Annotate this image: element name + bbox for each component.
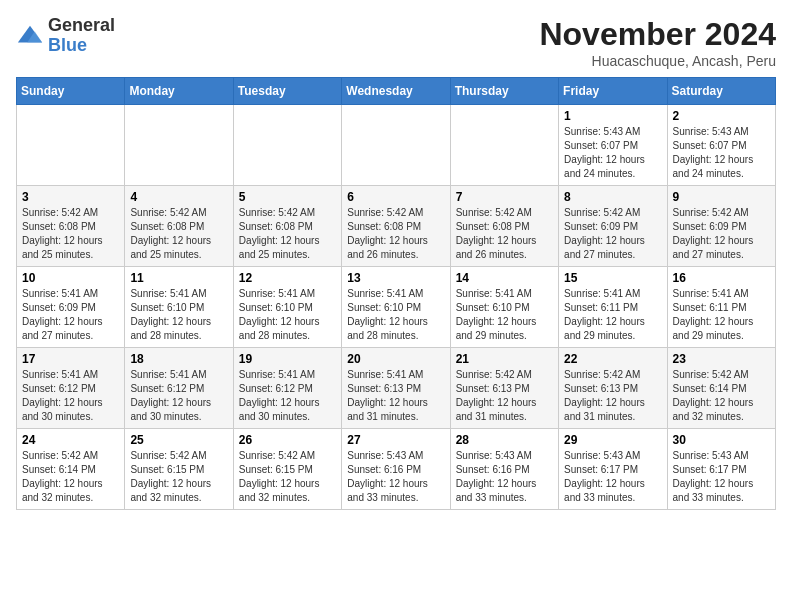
day-number: 4 <box>130 190 227 204</box>
day-number: 13 <box>347 271 444 285</box>
logo-general-text: General <box>48 15 115 35</box>
day-info: Sunrise: 5:42 AM Sunset: 6:15 PM Dayligh… <box>130 449 227 505</box>
day-info: Sunrise: 5:43 AM Sunset: 6:07 PM Dayligh… <box>673 125 770 181</box>
title-area: November 2024 Huacaschuque, Ancash, Peru <box>539 16 776 69</box>
day-number: 8 <box>564 190 661 204</box>
logo-icon <box>16 22 44 50</box>
calendar-day-cell: 14Sunrise: 5:41 AM Sunset: 6:10 PM Dayli… <box>450 267 558 348</box>
calendar-day-cell: 18Sunrise: 5:41 AM Sunset: 6:12 PM Dayli… <box>125 348 233 429</box>
calendar-day-cell: 16Sunrise: 5:41 AM Sunset: 6:11 PM Dayli… <box>667 267 775 348</box>
day-number: 6 <box>347 190 444 204</box>
day-info: Sunrise: 5:42 AM Sunset: 6:08 PM Dayligh… <box>347 206 444 262</box>
day-number: 25 <box>130 433 227 447</box>
day-info: Sunrise: 5:41 AM Sunset: 6:10 PM Dayligh… <box>239 287 336 343</box>
day-info: Sunrise: 5:42 AM Sunset: 6:08 PM Dayligh… <box>22 206 119 262</box>
calendar-week-row: 3Sunrise: 5:42 AM Sunset: 6:08 PM Daylig… <box>17 186 776 267</box>
day-info: Sunrise: 5:42 AM Sunset: 6:13 PM Dayligh… <box>456 368 553 424</box>
day-of-week-header: Wednesday <box>342 78 450 105</box>
day-info: Sunrise: 5:42 AM Sunset: 6:13 PM Dayligh… <box>564 368 661 424</box>
calendar-day-cell: 30Sunrise: 5:43 AM Sunset: 6:17 PM Dayli… <box>667 429 775 510</box>
day-number: 27 <box>347 433 444 447</box>
calendar-day-cell: 25Sunrise: 5:42 AM Sunset: 6:15 PM Dayli… <box>125 429 233 510</box>
day-number: 22 <box>564 352 661 366</box>
calendar-day-cell: 27Sunrise: 5:43 AM Sunset: 6:16 PM Dayli… <box>342 429 450 510</box>
day-number: 17 <box>22 352 119 366</box>
day-info: Sunrise: 5:42 AM Sunset: 6:15 PM Dayligh… <box>239 449 336 505</box>
day-number: 10 <box>22 271 119 285</box>
calendar-day-cell: 17Sunrise: 5:41 AM Sunset: 6:12 PM Dayli… <box>17 348 125 429</box>
day-number: 28 <box>456 433 553 447</box>
calendar-day-cell: 6Sunrise: 5:42 AM Sunset: 6:08 PM Daylig… <box>342 186 450 267</box>
calendar-day-cell <box>450 105 558 186</box>
calendar-day-cell <box>233 105 341 186</box>
calendar-title: November 2024 <box>539 16 776 53</box>
calendar-day-cell <box>342 105 450 186</box>
calendar-day-cell: 26Sunrise: 5:42 AM Sunset: 6:15 PM Dayli… <box>233 429 341 510</box>
calendar-day-cell <box>17 105 125 186</box>
calendar-week-row: 1Sunrise: 5:43 AM Sunset: 6:07 PM Daylig… <box>17 105 776 186</box>
day-info: Sunrise: 5:43 AM Sunset: 6:17 PM Dayligh… <box>564 449 661 505</box>
day-number: 9 <box>673 190 770 204</box>
day-of-week-header: Thursday <box>450 78 558 105</box>
day-info: Sunrise: 5:41 AM Sunset: 6:10 PM Dayligh… <box>347 287 444 343</box>
day-number: 20 <box>347 352 444 366</box>
day-info: Sunrise: 5:42 AM Sunset: 6:09 PM Dayligh… <box>673 206 770 262</box>
calendar-day-cell: 19Sunrise: 5:41 AM Sunset: 6:12 PM Dayli… <box>233 348 341 429</box>
day-info: Sunrise: 5:42 AM Sunset: 6:08 PM Dayligh… <box>239 206 336 262</box>
day-of-week-header: Tuesday <box>233 78 341 105</box>
header: General Blue November 2024 Huacaschuque,… <box>16 16 776 69</box>
day-info: Sunrise: 5:43 AM Sunset: 6:17 PM Dayligh… <box>673 449 770 505</box>
day-number: 5 <box>239 190 336 204</box>
calendar-day-cell: 7Sunrise: 5:42 AM Sunset: 6:08 PM Daylig… <box>450 186 558 267</box>
calendar-day-cell: 29Sunrise: 5:43 AM Sunset: 6:17 PM Dayli… <box>559 429 667 510</box>
calendar-day-cell: 5Sunrise: 5:42 AM Sunset: 6:08 PM Daylig… <box>233 186 341 267</box>
day-number: 29 <box>564 433 661 447</box>
day-number: 19 <box>239 352 336 366</box>
calendar-day-cell: 3Sunrise: 5:42 AM Sunset: 6:08 PM Daylig… <box>17 186 125 267</box>
calendar-day-cell: 21Sunrise: 5:42 AM Sunset: 6:13 PM Dayli… <box>450 348 558 429</box>
day-of-week-header: Saturday <box>667 78 775 105</box>
calendar-day-cell: 22Sunrise: 5:42 AM Sunset: 6:13 PM Dayli… <box>559 348 667 429</box>
day-info: Sunrise: 5:42 AM Sunset: 6:09 PM Dayligh… <box>564 206 661 262</box>
day-info: Sunrise: 5:42 AM Sunset: 6:08 PM Dayligh… <box>456 206 553 262</box>
day-number: 24 <box>22 433 119 447</box>
day-number: 2 <box>673 109 770 123</box>
day-info: Sunrise: 5:41 AM Sunset: 6:11 PM Dayligh… <box>673 287 770 343</box>
day-info: Sunrise: 5:41 AM Sunset: 6:09 PM Dayligh… <box>22 287 119 343</box>
calendar-week-row: 10Sunrise: 5:41 AM Sunset: 6:09 PM Dayli… <box>17 267 776 348</box>
calendar-day-cell: 20Sunrise: 5:41 AM Sunset: 6:13 PM Dayli… <box>342 348 450 429</box>
day-info: Sunrise: 5:41 AM Sunset: 6:12 PM Dayligh… <box>239 368 336 424</box>
calendar-day-cell: 8Sunrise: 5:42 AM Sunset: 6:09 PM Daylig… <box>559 186 667 267</box>
day-info: Sunrise: 5:41 AM Sunset: 6:10 PM Dayligh… <box>456 287 553 343</box>
day-of-week-header: Monday <box>125 78 233 105</box>
day-info: Sunrise: 5:43 AM Sunset: 6:07 PM Dayligh… <box>564 125 661 181</box>
calendar-day-cell: 23Sunrise: 5:42 AM Sunset: 6:14 PM Dayli… <box>667 348 775 429</box>
day-number: 21 <box>456 352 553 366</box>
day-info: Sunrise: 5:41 AM Sunset: 6:10 PM Dayligh… <box>130 287 227 343</box>
calendar-day-cell: 12Sunrise: 5:41 AM Sunset: 6:10 PM Dayli… <box>233 267 341 348</box>
logo: General Blue <box>16 16 115 56</box>
calendar-day-cell: 9Sunrise: 5:42 AM Sunset: 6:09 PM Daylig… <box>667 186 775 267</box>
calendar-day-cell: 28Sunrise: 5:43 AM Sunset: 6:16 PM Dayli… <box>450 429 558 510</box>
day-number: 15 <box>564 271 661 285</box>
day-info: Sunrise: 5:41 AM Sunset: 6:13 PM Dayligh… <box>347 368 444 424</box>
calendar-day-cell: 1Sunrise: 5:43 AM Sunset: 6:07 PM Daylig… <box>559 105 667 186</box>
day-info: Sunrise: 5:42 AM Sunset: 6:08 PM Dayligh… <box>130 206 227 262</box>
calendar-subtitle: Huacaschuque, Ancash, Peru <box>539 53 776 69</box>
calendar-day-cell: 10Sunrise: 5:41 AM Sunset: 6:09 PM Dayli… <box>17 267 125 348</box>
calendar-week-row: 17Sunrise: 5:41 AM Sunset: 6:12 PM Dayli… <box>17 348 776 429</box>
calendar-day-cell: 24Sunrise: 5:42 AM Sunset: 6:14 PM Dayli… <box>17 429 125 510</box>
day-number: 1 <box>564 109 661 123</box>
logo-blue-text: Blue <box>48 35 87 55</box>
day-number: 30 <box>673 433 770 447</box>
calendar-day-cell: 11Sunrise: 5:41 AM Sunset: 6:10 PM Dayli… <box>125 267 233 348</box>
day-of-week-header: Friday <box>559 78 667 105</box>
day-info: Sunrise: 5:41 AM Sunset: 6:11 PM Dayligh… <box>564 287 661 343</box>
day-number: 7 <box>456 190 553 204</box>
calendar-table: SundayMondayTuesdayWednesdayThursdayFrid… <box>16 77 776 510</box>
day-of-week-header: Sunday <box>17 78 125 105</box>
calendar-day-cell: 2Sunrise: 5:43 AM Sunset: 6:07 PM Daylig… <box>667 105 775 186</box>
day-number: 3 <box>22 190 119 204</box>
calendar-header-row: SundayMondayTuesdayWednesdayThursdayFrid… <box>17 78 776 105</box>
day-info: Sunrise: 5:43 AM Sunset: 6:16 PM Dayligh… <box>456 449 553 505</box>
